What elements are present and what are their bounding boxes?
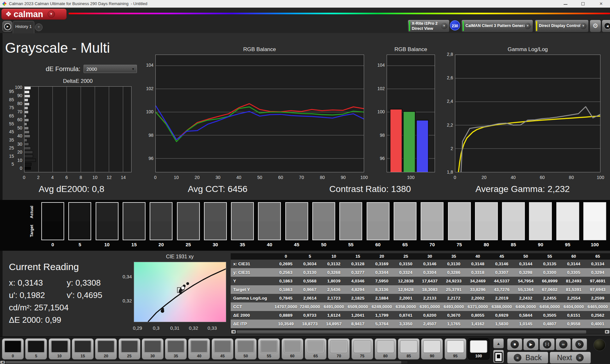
display-control-dropdown[interactable]: Direct Display Control ▼ <box>535 20 589 32</box>
pattern-level-button-25[interactable]: 25 <box>119 338 140 360</box>
tick-label: 25 <box>174 242 202 247</box>
play-button[interactable]: ▶ <box>523 338 539 350</box>
table-cell: 1,1799 <box>370 311 394 320</box>
minimize-button[interactable] <box>559 0 572 8</box>
table-cell: 0,4001 <box>586 320 610 328</box>
gamma-chart <box>455 55 600 172</box>
table-cell: 0,3307 <box>490 268 514 277</box>
table-cell: 2,2001 <box>394 294 418 302</box>
pattern-scroll-thumb[interactable] <box>5 361 401 364</box>
avg-cct-stat: Avg CCT: 6456 <box>154 184 281 194</box>
pattern-level-button-35[interactable]: 35 <box>165 338 187 360</box>
tab-history-1[interactable]: History 1 <box>13 21 34 33</box>
refresh-button[interactable]: ↻ <box>572 338 587 350</box>
chevron-down-icon: ▼ <box>48 10 55 18</box>
table-scroll-thumb[interactable] <box>237 330 586 334</box>
pattern-level-button-75[interactable]: 75 <box>351 338 373 360</box>
table-cell: 2,4507 <box>418 320 442 328</box>
tick-label: 12 <box>103 175 115 180</box>
pattern-level-button-85[interactable]: 85 <box>398 338 420 360</box>
pattern-level-button-60[interactable]: 60 <box>281 338 303 360</box>
grayscale-swatch-20 <box>150 202 173 240</box>
pattern-level-button-50[interactable]: 50 <box>235 338 257 360</box>
grayscale-swatch-10 <box>96 202 119 240</box>
table-cell: 1,2041 <box>346 311 370 320</box>
tick-label: 35 <box>228 242 256 247</box>
interval-button[interactable]: [··] <box>539 338 555 350</box>
settings-button[interactable]: ⚙ <box>590 20 601 32</box>
table-cell: 18,8773 <box>298 320 322 328</box>
table-cell: 1,5830 <box>490 320 514 328</box>
pattern-level-button-5[interactable]: 5 <box>25 338 47 360</box>
table-cell: 0,3277 <box>346 268 370 277</box>
loop-button[interactable]: ∞ <box>556 338 571 350</box>
pattern-level-button-80[interactable]: 80 <box>375 338 396 360</box>
chevron-left-icon: « <box>514 354 521 361</box>
pattern-level-button-65[interactable]: 65 <box>305 338 327 360</box>
scroll-right-icon[interactable]: ▶ <box>605 330 609 334</box>
rgb-balance-line-chart <box>155 55 364 172</box>
tick-label: 60 <box>536 175 549 180</box>
table-cell: 34,2469 <box>466 277 490 285</box>
table-cell: 0,6151 <box>562 311 586 320</box>
table-col-header: 45 <box>490 253 514 260</box>
calman-logo-button[interactable]: ❖ calman ▼ <box>1 9 67 20</box>
table-cell: 0,3148 <box>466 260 490 268</box>
collapse-toolbar-button[interactable]: ◀ <box>602 20 610 32</box>
table-row-label: Y <box>231 277 274 285</box>
tick-label: 100 <box>139 109 153 114</box>
pattern-level-button-15[interactable]: 15 <box>72 338 94 360</box>
pattern-level-button-70[interactable]: 70 <box>328 338 350 360</box>
scroll-left-icon[interactable]: ◀ <box>231 330 236 334</box>
close-button[interactable]: × <box>595 0 607 8</box>
grayscale-swatch-45 <box>285 202 308 240</box>
add-tab-button[interactable]: + <box>35 23 43 31</box>
scroll-left-icon[interactable]: ◀ <box>0 361 5 364</box>
tick-label: 0,33 <box>205 325 220 331</box>
table-cell: 0,3670 <box>442 311 466 320</box>
target-axis-label: Target <box>29 222 35 240</box>
pattern-generator-dropdown[interactable]: CalMAN Client 3 Pattern Generator ▼ <box>461 20 533 32</box>
maximize-button[interactable] <box>577 0 589 8</box>
tick-label: 75 <box>445 242 473 247</box>
avg-gamma-stat: Average Gamma: 2,232 <box>459 184 586 194</box>
tick-label: 100 <box>358 175 370 180</box>
meter-dropdown[interactable]: X-Rite i1Pro 2Direct View ▼ <box>408 20 450 32</box>
tick-label: 104 <box>371 63 385 68</box>
meter-count-badge: 230 <box>450 20 460 30</box>
grayscale-swatch-40 <box>258 202 281 240</box>
tick-label: 2,4 <box>438 99 453 104</box>
pattern-level-button-30[interactable]: 30 <box>142 338 164 360</box>
pattern-level-button-40[interactable]: 40 <box>188 338 210 360</box>
back-button[interactable]: « Back <box>507 352 548 364</box>
calman-window: Calman 2023 Calman Ultimate for Business… <box>0 0 610 364</box>
pattern-window-button[interactable] <box>493 350 504 363</box>
table-cell: 0,3294 <box>586 268 610 277</box>
pattern-level-button-100[interactable]: 100 <box>468 338 490 360</box>
chevron-down-icon: ▼ <box>580 23 586 29</box>
de-formula-select[interactable]: 2000 ▼ <box>84 65 137 73</box>
layout-nav-button[interactable]: ▶ <box>3 21 12 32</box>
pattern-level-button-55[interactable]: 55 <box>258 338 280 360</box>
table-scrollbar[interactable]: ◀ ▶ <box>231 329 610 334</box>
grayscale-swatch-85 <box>502 202 525 240</box>
stop-button[interactable]: ■ <box>507 338 522 350</box>
pattern-level-button-0[interactable]: 0 <box>2 338 24 360</box>
tick-label: 2 <box>438 146 453 151</box>
scroll-up-button[interactable]: ▲ <box>493 338 504 348</box>
pattern-scrollbar[interactable]: ◀ <box>0 361 408 364</box>
table-cell: 10,3549 <box>274 320 298 328</box>
pattern-level-button-95[interactable]: 95 <box>444 338 466 360</box>
next-button[interactable]: Next » <box>550 352 591 364</box>
pattern-level-button-90[interactable]: 90 <box>421 338 443 360</box>
table-col-header: 65 <box>586 253 610 260</box>
pattern-level-button-20[interactable]: 20 <box>95 338 117 360</box>
meter-status-bar <box>409 21 410 31</box>
table-cell: 1,4162 <box>466 320 490 328</box>
table-cell: 6404,0000 <box>562 302 586 311</box>
reading-de2000: ΔE 2000: 0,99 <box>9 315 61 325</box>
pattern-level-button-45[interactable]: 45 <box>212 338 234 360</box>
contrast-ratio-stat: Contrast Ratio: 1380 <box>307 184 434 194</box>
table-cell: 1,6124 <box>322 311 346 320</box>
pattern-level-button-10[interactable]: 10 <box>49 338 71 360</box>
